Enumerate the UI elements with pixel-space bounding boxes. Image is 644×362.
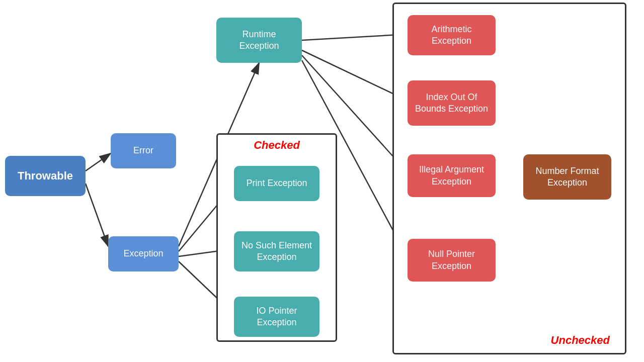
- throwable-node: Throwable: [5, 156, 86, 196]
- no-such-element-node: No Such Element Exception: [234, 231, 319, 272]
- arithmetic-exception-node: Arithmetic Exception: [408, 15, 496, 55]
- exception-node: Exception: [108, 236, 179, 272]
- svg-line-7: [302, 34, 408, 40]
- error-node: Error: [111, 133, 176, 168]
- runtime-exception-node: Runtime Exception: [216, 18, 302, 63]
- io-pointer-exception-node: IO Pointer Exception: [234, 297, 319, 337]
- print-exception-node: Print Exception: [234, 166, 319, 201]
- illegal-argument-exception-node: Illegal Argument Exception: [408, 154, 496, 197]
- unchecked-label: Unchecked: [551, 334, 610, 347]
- null-pointer-exception-node: Null Pointer Exception: [408, 239, 496, 282]
- checked-label: Checked: [254, 139, 300, 152]
- number-format-exception-node: Number Format Exception: [523, 154, 611, 200]
- svg-line-2: [86, 184, 108, 246]
- index-out-of-bounds-node: Index Out Of Bounds Exception: [408, 80, 496, 126]
- svg-line-1: [86, 153, 111, 171]
- svg-line-8: [302, 50, 408, 101]
